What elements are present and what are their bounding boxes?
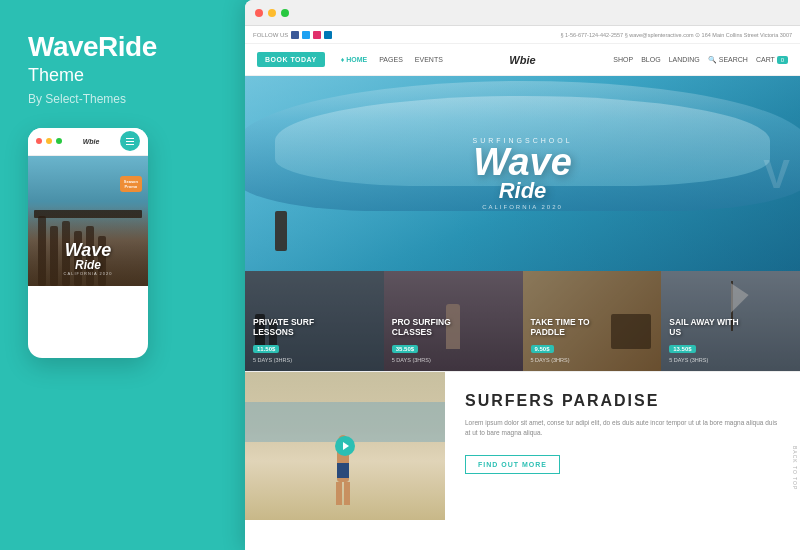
site-top-bar: FOLLOW US § 1-56-677-124-442-2557 § wave… xyxy=(245,26,800,44)
twitter-icon[interactable] xyxy=(302,31,310,39)
facebook-icon[interactable] xyxy=(291,31,299,39)
site-logo: Wbie xyxy=(509,52,535,67)
hero-logo-overlay: SURFINGSCHOOL Wave Ride CALIFORNIA 2020 xyxy=(472,137,572,210)
browser-mockup: FOLLOW US § 1-56-677-124-442-2557 § wave… xyxy=(245,0,800,550)
nav-cart[interactable]: CART 0 xyxy=(756,56,788,63)
card-3-badge: 9.50$ xyxy=(531,345,554,353)
surfers-paradise-text: Lorem ipsum dolor sit amet, conse tur ad… xyxy=(465,418,780,439)
nav-search[interactable]: 🔍 SEARCH xyxy=(708,56,748,64)
mobile-hero-image: Wave Ride CALIFORNIA 2020 SeasonPromo xyxy=(28,156,148,286)
card-4-content: SAIL AWAY WITHUS 13.50$ 5 DAYS (3HRS) xyxy=(669,317,792,363)
card-sail[interactable]: SAIL AWAY WITHUS 13.50$ 5 DAYS (3HRS) xyxy=(661,271,800,371)
card-paddle[interactable]: TAKE TIME TOPADDLE 9.50$ 5 DAYS (3HRS) xyxy=(523,271,662,371)
nav-home[interactable]: ♦ HOME xyxy=(341,56,368,63)
nav-right-links: SHOP BLOG LANDING 🔍 SEARCH CART 0 xyxy=(613,56,788,64)
book-today-button[interactable]: BOOK TODAY xyxy=(257,52,325,67)
mobile-dot-red xyxy=(36,138,42,144)
card-4-days: 5 DAYS (3HRS) xyxy=(669,357,792,363)
left-panel: WaveRide Theme By Select-Themes Wbie xyxy=(0,0,248,550)
site-social-links: FOLLOW US xyxy=(253,31,332,39)
browser-chrome xyxy=(245,0,800,26)
nav-events[interactable]: EVENTS xyxy=(415,56,443,63)
cart-count: 0 xyxy=(777,56,788,64)
site-navigation: BOOK TODAY ♦ HOME PAGES EVENTS Wbie SHOP… xyxy=(245,44,800,76)
surfers-paradise-section: SURFERS PARADISE Lorem ipsum dolor sit a… xyxy=(445,372,800,520)
card-3-content: TAKE TIME TOPADDLE 9.50$ 5 DAYS (3HRS) xyxy=(531,317,654,363)
linkedin-icon[interactable] xyxy=(324,31,332,39)
card-1-content: PRIVATE SURFLESSONS 11.50$ 5 DAYS (3HRS) xyxy=(253,317,376,363)
nav-blog[interactable]: BLOG xyxy=(641,56,660,63)
card-1-days: 5 DAYS (3HRS) xyxy=(253,357,376,363)
card-4-badge: 13.50$ xyxy=(669,345,695,353)
nav-shop[interactable]: SHOP xyxy=(613,56,633,63)
find-out-more-button[interactable]: FIND OUT MORE xyxy=(465,455,560,474)
hamburger-icon xyxy=(126,138,134,145)
site-hero: SURFINGSCHOOL Wave Ride CALIFORNIA 2020 … xyxy=(245,76,800,271)
mobile-logo: Wbie xyxy=(83,138,100,145)
mobile-wave-logo: Wave Ride CALIFORNIA 2020 xyxy=(64,241,113,276)
mobile-dot-green xyxy=(56,138,62,144)
card-2-days: 5 DAYS (3HRS) xyxy=(392,357,515,363)
play-button[interactable] xyxy=(335,436,355,456)
mobile-logo-area: Wbie xyxy=(66,138,116,145)
season-badge: SeasonPromo xyxy=(120,176,142,192)
play-icon xyxy=(343,442,349,450)
card-3-days: 5 DAYS (3HRS) xyxy=(531,357,654,363)
mobile-mockup: Wbie Wave R xyxy=(28,128,148,358)
card-3-title: TAKE TIME TOPADDLE xyxy=(531,317,654,337)
card-1-title: PRIVATE SURFLESSONS xyxy=(253,317,376,337)
surfer-left xyxy=(275,211,287,251)
site-contact-info: § 1-56-677-124-442-2557 § wave@splentera… xyxy=(560,32,792,38)
back-to-top-link[interactable]: BACK TO TOP xyxy=(792,446,798,490)
brand-title: WaveRide Theme By Select-Themes xyxy=(28,32,157,106)
lower-left-image xyxy=(245,372,445,520)
nav-landing[interactable]: LANDING xyxy=(669,56,700,63)
nav-links: ♦ HOME PAGES EVENTS xyxy=(341,56,443,63)
card-private-surf[interactable]: PRIVATE SURFLESSONS 11.50$ 5 DAYS (3HRS) xyxy=(245,271,384,371)
card-2-badge: 35.50$ xyxy=(392,345,418,353)
lower-section: SURFERS PARADISE Lorem ipsum dolor sit a… xyxy=(245,371,800,520)
nav-pages[interactable]: PAGES xyxy=(379,56,403,63)
chrome-dot-red[interactable] xyxy=(255,9,263,17)
chrome-dot-green[interactable] xyxy=(281,9,289,17)
card-2-title: PRO SURFINGCLASSES xyxy=(392,317,515,337)
instagram-icon[interactable] xyxy=(313,31,321,39)
card-1-badge: 11.50$ xyxy=(253,345,279,353)
mobile-menu-button[interactable] xyxy=(120,131,140,151)
decorative-v: V xyxy=(763,151,790,196)
mobile-top-bar: Wbie xyxy=(28,128,148,156)
card-4-title: SAIL AWAY WITHUS xyxy=(669,317,792,337)
surfers-paradise-title: SURFERS PARADISE xyxy=(465,392,780,410)
cards-section: PRIVATE SURFLESSONS 11.50$ 5 DAYS (3HRS)… xyxy=(245,271,800,371)
card-pro-surfing[interactable]: PRO SURFINGCLASSES 35.50$ 5 DAYS (3HRS) xyxy=(384,271,523,371)
chrome-dot-yellow[interactable] xyxy=(268,9,276,17)
card-2-content: PRO SURFINGCLASSES 35.50$ 5 DAYS (3HRS) xyxy=(392,317,515,363)
mobile-dot-yellow xyxy=(46,138,52,144)
